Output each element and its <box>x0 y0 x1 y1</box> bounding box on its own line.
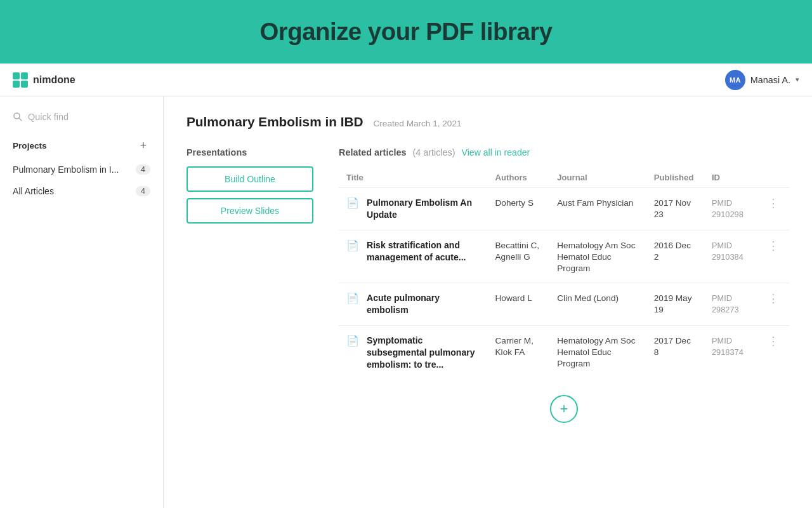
document-icon: 📄 <box>346 335 359 347</box>
article-more-button[interactable]: ⋮ <box>765 335 782 348</box>
search-icon <box>13 112 23 122</box>
article-more-cell: ⋮ <box>757 283 789 326</box>
presentations-panel: Presentations Build Outline Preview Slid… <box>187 147 313 428</box>
article-journal-cell: Aust Fam Physician <box>549 188 646 231</box>
col-authors: Authors <box>488 168 550 188</box>
table-row[interactable]: 📄 Symptomatic subsegmental pulmonary emb… <box>339 326 789 380</box>
sidebar-item-all-articles[interactable]: All Articles 4 <box>0 180 163 202</box>
article-id-cell: PMID 2910384 <box>704 231 757 283</box>
article-more-cell: ⋮ <box>757 188 789 231</box>
two-column-layout: Presentations Build Outline Preview Slid… <box>187 147 789 428</box>
article-journal-cell: Clin Med (Lond) <box>549 283 646 326</box>
document-icon: 📄 <box>346 239 359 251</box>
article-authors-cell: Becattini C, Agnelli G <box>488 231 550 283</box>
brand: nimdone <box>13 72 75 88</box>
sidebar-item-label: Pulmonary Embolism in I... <box>13 164 136 175</box>
article-title-cell: 📄 Risk stratification and management of … <box>339 231 488 283</box>
article-more-cell: ⋮ <box>757 326 789 380</box>
add-article-row: + <box>339 380 789 428</box>
projects-label: Projects <box>13 141 47 150</box>
article-journal-cell: Hematology Am Soc Hematol Educ Program <box>549 326 646 380</box>
document-icon: 📄 <box>346 197 359 209</box>
articles-table: Title Authors Journal Published ID 📄 Pul… <box>339 168 789 380</box>
article-more-button[interactable]: ⋮ <box>765 292 782 305</box>
sidebar-item-label: All Articles <box>13 186 136 196</box>
sidebar-item-pulmonary[interactable]: Pulmonary Embolism in I... 4 <box>0 159 163 180</box>
article-title-cell: 📄 Acute pulmonary embolism <box>339 283 488 326</box>
article-published-cell: 2017 Nov 23 <box>646 188 704 231</box>
article-title-cell: 📄 Symptomatic subsegmental pulmonary emb… <box>339 326 488 380</box>
article-authors-cell: Howard L <box>488 283 550 326</box>
article-published-cell: 2017 Dec 8 <box>646 326 704 380</box>
article-more-cell: ⋮ <box>757 231 789 283</box>
table-row[interactable]: 📄 Risk stratification and management of … <box>339 231 789 283</box>
avatar: MA <box>725 70 745 90</box>
build-outline-button[interactable]: Build Outline <box>187 166 313 192</box>
presentations-heading: Presentations <box>187 147 313 157</box>
main-layout: Quick find Projects + Pulmonary Embolism… <box>0 97 812 508</box>
articles-heading: Related articles <box>339 147 406 157</box>
article-published-cell: 2016 Dec 2 <box>646 231 704 283</box>
quick-find[interactable]: Quick find <box>0 107 163 127</box>
chevron-down-icon: ▾ <box>796 76 799 84</box>
articles-header: Related articles (4 articles) View all i… <box>339 147 789 157</box>
col-id: ID <box>704 168 757 188</box>
articles-count: (4 articles) <box>412 147 455 157</box>
article-id-cell: PMID 2910298 <box>704 188 757 231</box>
article-id-cell: PMID 298273 <box>704 283 757 326</box>
sidebar-item-badge: 4 <box>136 186 150 196</box>
preview-slides-button[interactable]: Preview Slides <box>187 198 313 224</box>
col-published: Published <box>646 168 704 188</box>
project-header: Pulmonary Embolism in IBD Created March … <box>187 114 789 130</box>
table-row[interactable]: 📄 Pulmonary Embolism An Update Doherty S… <box>339 188 789 231</box>
add-article-button[interactable]: + <box>550 395 578 423</box>
article-journal-cell: Hematology Am Soc Hematol Educ Program <box>549 231 646 283</box>
user-menu[interactable]: MA Manasi A. ▾ <box>725 70 799 90</box>
project-title: Pulmonary Embolism in IBD <box>187 114 363 130</box>
document-icon: 📄 <box>346 292 359 304</box>
sidebar-item-badge: 4 <box>136 164 150 175</box>
article-authors-cell: Doherty S <box>488 188 550 231</box>
article-more-button[interactable]: ⋮ <box>765 197 782 210</box>
project-created-date: Created March 1, 2021 <box>374 119 462 128</box>
article-published-cell: 2019 May 19 <box>646 283 704 326</box>
articles-panel: Related articles (4 articles) View all i… <box>339 147 789 428</box>
col-journal: Journal <box>549 168 646 188</box>
hero-banner: Organize your PDF library <box>0 0 812 64</box>
add-project-button[interactable]: + <box>136 138 150 152</box>
view-all-link[interactable]: View all in reader <box>462 147 530 157</box>
quick-find-label: Quick find <box>28 112 69 122</box>
projects-section: Projects + <box>0 132 163 159</box>
hero-title: Organize your PDF library <box>0 18 812 46</box>
article-title-cell: 📄 Pulmonary Embolism An Update <box>339 188 488 231</box>
sidebar: Quick find Projects + Pulmonary Embolism… <box>0 97 164 508</box>
table-row[interactable]: 📄 Acute pulmonary embolism Howard L Clin… <box>339 283 789 326</box>
brand-name: nimdone <box>33 74 75 86</box>
article-authors-cell: Carrier M, Klok FA <box>488 326 550 380</box>
brand-logo <box>13 72 28 88</box>
article-id-cell: PMID 2918374 <box>704 326 757 380</box>
svg-line-1 <box>19 118 22 121</box>
top-nav: nimdone MA Manasi A. ▾ <box>0 64 812 97</box>
col-title: Title <box>339 168 488 188</box>
main-content: Pulmonary Embolism in IBD Created March … <box>164 97 812 508</box>
article-more-button[interactable]: ⋮ <box>765 239 782 253</box>
user-name: Manasi A. <box>750 75 790 85</box>
